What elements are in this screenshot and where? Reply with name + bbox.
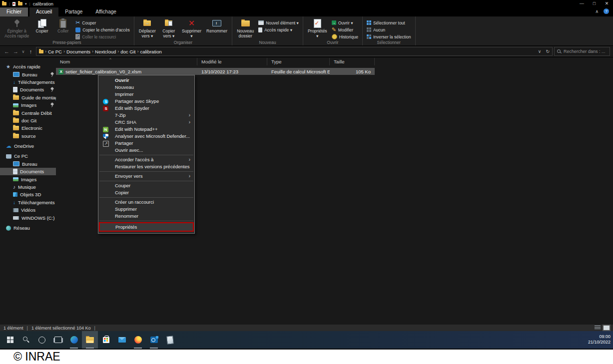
context-menu-item-partager-avec-skype[interactable]: Partager avec Skype (98, 98, 194, 105)
column-header-type[interactable]: Type (267, 58, 330, 65)
tab-affichage[interactable]: Affichage (89, 7, 123, 16)
close-button[interactable]: ✕ (601, 0, 613, 7)
copier-button[interactable]: Copier (32, 18, 52, 34)
context-menu-item-analyser-avec-microsoft-defender[interactable]: Analyser avec Microsoft Defender... (98, 133, 194, 140)
column-header-taille[interactable]: Taille (330, 58, 375, 65)
tab-fichier[interactable]: Fichier (0, 7, 28, 16)
context-menu-item-renommer[interactable]: Renommer (98, 213, 194, 220)
column-header-nom[interactable]: Nom (56, 58, 197, 65)
copier-vers-button[interactable]: Copiervers ▾ (159, 18, 179, 39)
taskbar-notepad-button[interactable] (162, 331, 178, 349)
sidebar-item-reseau[interactable]: Réseau (0, 224, 56, 232)
aucun-button[interactable]: Aucun (365, 26, 413, 33)
renommer-button[interactable]: Renommer (204, 18, 229, 34)
large-icons-view-icon[interactable] (604, 326, 610, 330)
nouvel-element-button[interactable]: Nouvel élément ▾ (257, 19, 300, 26)
sidebar-item-electronic[interactable]: Electronic (0, 124, 56, 132)
context-menu-item-edit-with-notepad[interactable]: Edit with Notepad++ (98, 126, 194, 133)
sidebar-item-images[interactable]: Images (0, 101, 56, 109)
taskbar-outlook-button[interactable] (146, 331, 162, 349)
context-menu-item-imprimer[interactable]: Imprimer (98, 91, 194, 98)
taskbar-search-button[interactable] (18, 331, 34, 349)
context-menu-item-copier[interactable]: Copier (98, 189, 194, 196)
refresh-icon[interactable]: ↻ (546, 49, 550, 54)
context-menu-item-edit-with-spyder[interactable]: Edit with Spyder (98, 105, 194, 112)
context-menu-item-7-zip[interactable]: 7-Zip› (98, 112, 194, 119)
back-button[interactable]: ← (3, 47, 10, 55)
sidebar-item-telechargements[interactable]: Téléchargements (0, 199, 56, 206)
taskbar-explorer-button[interactable] (82, 331, 98, 349)
up-button[interactable]: ↑ (27, 47, 34, 55)
ouvrir-button[interactable]: Ouvrir ▾ (330, 19, 360, 26)
tab-partage[interactable]: Partage (58, 7, 89, 16)
column-header-modifie-le[interactable]: Modifié le (197, 58, 267, 65)
breadcrumb-doc-git[interactable]: doc Git (119, 49, 136, 54)
sidebar-item-images[interactable]: Images (0, 175, 56, 183)
taskbar-firefox-button[interactable] (130, 331, 146, 349)
tab-accueil[interactable]: Accueil (29, 7, 58, 16)
breadcrumb[interactable]: ›Ce PC›Documents›Nextcloud›doc Git›calib… (36, 47, 553, 56)
sidebar-item-documents[interactable]: Documents (0, 86, 56, 93)
selectionner-tout-button[interactable]: Sélectionner tout (365, 19, 413, 26)
address-dropdown-icon[interactable]: ∨ (538, 49, 542, 54)
sidebar-item-windows-c[interactable]: WINDOWS (C:) (0, 214, 56, 221)
couper-button[interactable]: Couper (74, 19, 131, 26)
context-menu-item-envoyer-vers[interactable]: Envoyer vers› (98, 173, 194, 180)
copier-le-chemin-d-acces-button[interactable]: Copier le chemin d'accès (74, 26, 131, 33)
qat-properties-icon[interactable] (12, 2, 15, 6)
context-menu-item-couper[interactable]: Couper (98, 182, 194, 189)
sidebar-item-videos[interactable]: Vidéos (0, 206, 56, 214)
taskbar-taskview-button[interactable] (50, 331, 66, 349)
breadcrumb-ce-pc[interactable]: Ce PC (47, 49, 63, 54)
details-view-icon[interactable] (595, 326, 601, 330)
context-menu-item-crc-sha[interactable]: CRC SHA› (98, 119, 194, 126)
sidebar-item-doc-git[interactable]: doc Git (0, 117, 56, 124)
taskbar-mail-button[interactable] (114, 331, 130, 349)
maximize-button[interactable]: □ (588, 0, 601, 7)
forward-button[interactable]: → (12, 47, 19, 55)
modifier-button[interactable]: Modifier (330, 26, 360, 33)
minimize-button[interactable]: — (576, 0, 588, 7)
sidebar-item-bureau[interactable]: Bureau (0, 70, 56, 78)
context-menu-item-ouvrir[interactable]: Ouvrir (98, 77, 194, 84)
nouveau-dossier-button[interactable]: Nouveaudossier (235, 18, 256, 39)
context-menu-item-supprimer[interactable]: Supprimer (98, 206, 194, 213)
breadcrumb-calibration[interactable]: calibration (139, 49, 162, 54)
qat-new-folder-icon[interactable] (18, 2, 22, 5)
context-menu-item-proprietes[interactable]: Propriétés (99, 222, 194, 232)
sidebar-item-bureau[interactable]: Bureau (0, 160, 56, 168)
deplacer-vers-button[interactable]: Déplacervers ▾ (137, 18, 158, 39)
file-row[interactable]: setier_fichier_calibration_V0_2.xlsm 13/… (56, 68, 375, 75)
context-menu-item-restaurer-les-versions-precedentes[interactable]: Restaurer les versions précédentes (98, 163, 194, 170)
sidebar-item-telechargements[interactable]: Téléchargements (0, 78, 56, 86)
sidebar-item-centrale-debit[interactable]: Centrale Débit (0, 109, 56, 116)
breadcrumb-documents[interactable]: Documents (65, 49, 91, 54)
sidebar-item-onedrive[interactable]: OneDrive (0, 142, 56, 150)
sidebar-item-musique[interactable]: Musique (0, 183, 56, 191)
sidebar-item-source[interactable]: source (0, 132, 56, 140)
sidebar-item-ce-pc[interactable]: Ce PC (0, 152, 56, 160)
sidebar-item-guide-de-montage[interactable]: Guide de montage (0, 94, 56, 101)
qat-customize-caret-icon[interactable]: ▾ (25, 2, 27, 5)
inverser-la-selection-button[interactable]: Inverser la sélection (365, 33, 413, 40)
context-menu-item-accorder-l-acces-a[interactable]: Accorder l'accès à› (98, 156, 194, 163)
context-menu-item-nouveau[interactable]: Nouveau (98, 84, 194, 91)
acces-rapide-button[interactable]: Accès rapide ▾ (257, 26, 300, 33)
recent-locations-icon[interactable]: ∨ (21, 49, 25, 54)
breadcrumb-nextcloud[interactable]: Nextcloud (94, 49, 117, 54)
supprimer-button[interactable]: Supprimer▾ (180, 18, 203, 39)
sidebar-item-acces-rapide[interactable]: Accès rapide (0, 63, 56, 70)
taskbar-cortana-button[interactable] (34, 331, 50, 349)
taskbar-edge-button[interactable] (66, 331, 82, 349)
context-menu-item-creer-un-raccourci[interactable]: Créer un raccourci (98, 199, 194, 206)
sidebar-item-documents[interactable]: Documents (0, 168, 56, 175)
taskbar-clock[interactable]: 09:00 21/10/2022 (588, 334, 611, 345)
taskbar-store-button[interactable] (98, 331, 114, 349)
context-menu-item-partager[interactable]: Partager (98, 140, 194, 147)
historique-button[interactable]: Historique (330, 33, 360, 40)
sidebar-item-objets-3d[interactable]: Objets 3D (0, 191, 56, 198)
search-input[interactable]: Rechercher dans : ... (554, 47, 610, 56)
context-menu-item-ouvrir-avec[interactable]: Ouvrir avec... (98, 147, 194, 154)
taskbar-start-button[interactable] (2, 331, 18, 349)
proprietes-button[interactable]: Propriétés▾ (306, 18, 329, 39)
